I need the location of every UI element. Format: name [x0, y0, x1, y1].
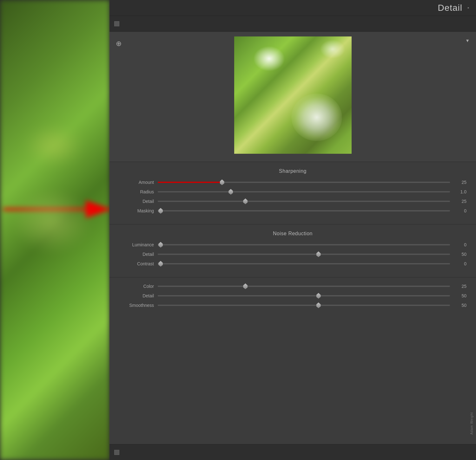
masking-slider-row: Masking 0 [119, 208, 466, 213]
luminance-slider-row: Luminance 0 [119, 242, 466, 247]
smoothness-label: Smoothness [119, 303, 154, 308]
sharpening-detail-label: Detail [119, 199, 154, 204]
noise-detail-slider-row: Detail 50 [119, 252, 466, 257]
luminance-value: 0 [454, 242, 466, 247]
amount-thumb[interactable] [220, 179, 224, 185]
luminance-thumb[interactable] [158, 242, 163, 248]
radius-slider[interactable] [158, 191, 450, 192]
radius-label: Radius [119, 189, 154, 194]
sharpening-detail-thumb[interactable] [243, 198, 248, 204]
masking-slider[interactable] [158, 210, 450, 211]
noise-reduction-section: Noise Reduction Luminance 0 Detail 50 [109, 224, 476, 277]
contrast-thumb[interactable] [158, 261, 163, 267]
panel-enable-row [109, 16, 476, 32]
luminance-slider[interactable] [158, 244, 450, 245]
smoothness-slider[interactable] [158, 305, 450, 306]
amount-slider[interactable] [158, 182, 450, 183]
annotation-arrow [0, 190, 121, 228]
sharpening-detail-slider-row: Detail 25 [119, 199, 466, 204]
preview-section: ⊕ ▼ [109, 32, 476, 162]
preview-highlight [320, 40, 345, 59]
noise-detail-slider[interactable] [158, 254, 450, 255]
contrast-slider-row: Contrast 0 [119, 261, 466, 266]
background-image [0, 0, 109, 460]
color-detail-label: Detail [119, 293, 154, 298]
noise-reduction-title: Noise Reduction [119, 231, 466, 236]
color-value: 25 [454, 284, 466, 289]
contrast-label: Contrast [119, 261, 154, 266]
color-detail-slider[interactable] [158, 295, 450, 296]
color-slider[interactable] [158, 286, 450, 287]
radius-thumb[interactable] [228, 189, 233, 195]
panel-menu-icon[interactable]: ‣ [467, 5, 470, 10]
preview-image[interactable] [234, 36, 352, 154]
radius-value: 1.0 [454, 189, 466, 194]
panel-title: Detail [438, 3, 462, 13]
amount-slider-row: Amount 25 [119, 180, 466, 185]
color-label: Color [119, 284, 154, 289]
color-detail-thumb[interactable] [316, 293, 321, 299]
bottom-checkbox[interactable] [114, 450, 119, 455]
zoom-icon[interactable]: ⊕ [116, 40, 122, 48]
color-detail-value: 50 [454, 293, 466, 298]
masking-thumb[interactable] [158, 208, 163, 214]
contrast-slider[interactable] [158, 263, 450, 264]
bottom-bar [109, 444, 476, 460]
color-thumb[interactable] [243, 283, 248, 289]
panel-top-bar: Detail ‣ [109, 0, 476, 16]
preview-dropdown-icon[interactable]: ▼ [465, 38, 470, 43]
sharpening-section: Sharpening Amount 25 Radius 1.0 [109, 162, 476, 224]
smoothness-value: 50 [454, 303, 466, 308]
sharpening-title: Sharpening [119, 168, 466, 174]
color-detail-slider-row: Detail 50 [119, 293, 466, 298]
contrast-value: 0 [454, 261, 466, 266]
amount-label: Amount [119, 180, 154, 185]
smoothness-slider-row: Smoothness 50 [119, 303, 466, 308]
amount-value: 25 [454, 180, 466, 185]
color-slider-row: Color 25 [119, 284, 466, 289]
detail-panel: Detail ‣ ⊕ ▼ Sharpening Amount [109, 0, 476, 460]
color-noise-section: Color 25 Detail 50 Smoothness [109, 277, 476, 444]
panel-enable-checkbox[interactable] [114, 21, 119, 26]
smoothness-thumb[interactable] [316, 302, 321, 308]
radius-slider-row: Radius 1.0 [119, 189, 466, 194]
noise-detail-label: Detail [119, 252, 154, 257]
watermark-text: Adam Weight [470, 412, 473, 435]
luminance-label: Luminance [119, 242, 154, 247]
masking-value: 0 [454, 208, 466, 213]
sharpening-detail-value: 25 [454, 199, 466, 204]
sharpening-detail-slider[interactable] [158, 201, 450, 202]
noise-detail-value: 50 [454, 252, 466, 257]
masking-label: Masking [119, 208, 154, 213]
noise-detail-thumb[interactable] [316, 251, 321, 257]
